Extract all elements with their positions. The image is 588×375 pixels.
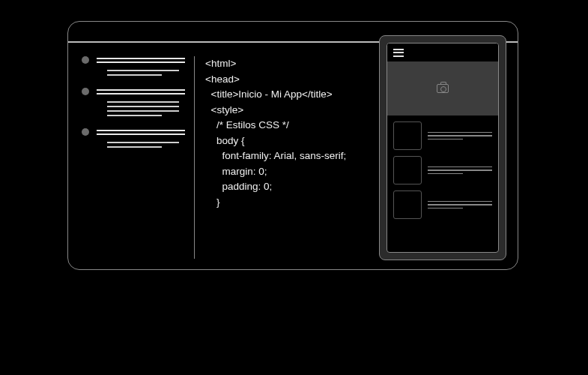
code-line: <html> [205, 58, 236, 69]
card-list [387, 116, 498, 252]
code-line: font-family: Arial, sans-serif; [205, 150, 346, 161]
code-line: padding: 0; [205, 181, 272, 192]
code-line: margin: 0; [205, 166, 267, 177]
editor-window: <html> <head> <title>Inicio - Mi App</ti… [67, 21, 518, 270]
code-line: } [205, 196, 220, 208]
hero-image-placeholder [387, 62, 498, 116]
code-line: /* Estilos CSS */ [205, 119, 289, 130]
sidebar-item[interactable] [82, 128, 185, 148]
sidebar-item[interactable] [82, 56, 185, 76]
code-line: <style> [205, 104, 243, 116]
device-preview [379, 35, 506, 260]
app-header [387, 44, 498, 62]
phone-frame [387, 43, 499, 253]
list-item[interactable] [393, 190, 492, 219]
list-item[interactable] [393, 122, 492, 150]
bullet-icon [82, 128, 89, 136]
code-line: body { [205, 135, 245, 146]
sidebar-item[interactable] [82, 88, 185, 116]
thumbnail-placeholder [393, 156, 422, 184]
code-line: <title>Inicio - Mi App</title> [205, 88, 333, 100]
menu-icon[interactable] [393, 49, 404, 57]
list-item[interactable] [393, 156, 492, 184]
code-line: <head> [205, 74, 240, 85]
camera-icon [437, 84, 449, 93]
file-sidebar [68, 56, 194, 269]
bullet-icon [82, 56, 89, 64]
thumbnail-placeholder [393, 122, 422, 150]
bullet-icon [82, 88, 89, 95]
thumbnail-placeholder [393, 190, 422, 219]
